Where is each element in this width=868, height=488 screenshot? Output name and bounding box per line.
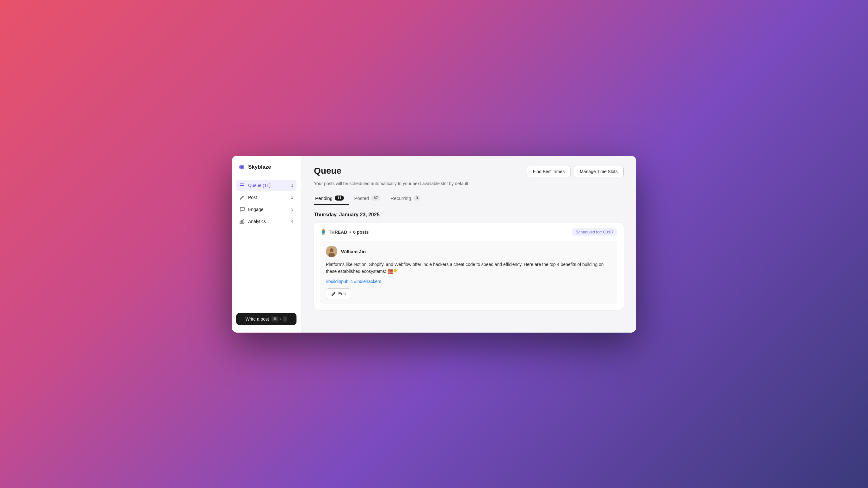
header-buttons: Find Best Times Manage Time Slots [527,166,624,177]
tab-recurring-label: Recurring [391,196,411,201]
tab-pending[interactable]: Pending 11 [314,192,349,205]
edit-icon [239,195,245,200]
manage-time-slots-button[interactable]: Manage Time Slots [574,166,624,177]
hashtags: #buildinpublic #indiehackers [326,279,612,284]
post-text: Platforms like Notion, Shopify, and Webf… [326,261,612,275]
tab-posted-count: 67 [371,196,380,201]
bar-chart-icon [239,219,245,224]
queue-badge: 1 [291,183,293,188]
svg-rect-5 [243,220,244,223]
page-subtitle: Your posts will be scheduled automatical… [314,181,624,186]
app-window: Skyblaze Queue (11) 1 [232,156,636,333]
analytics-label: Analytics [248,219,266,224]
write-post-label: Write a post [246,317,269,322]
keyboard-shortcut: ⌘ + I [272,317,287,322]
tabs: Pending 11 Posted 67 Recurring 3 [314,192,624,205]
tab-posted[interactable]: Posted 67 [353,192,385,205]
date-heading: Thursday, January 23, 2025 [314,212,624,218]
sidebar-item-queue[interactable]: Queue (11) 1 [236,180,297,191]
thread-text: THREAD [329,230,347,235]
edit-button[interactable]: Edit [326,288,351,299]
tab-pending-label: Pending [315,196,333,201]
post-content-area: William Jin Platforms like Notion, Shopi… [320,241,617,304]
thread-separator: • [349,230,351,235]
write-post-button[interactable]: Write a post ⌘ + I [236,313,297,325]
sidebar: Skyblaze Queue (11) 1 [232,156,301,333]
thread-label: 🧵 THREAD • 6 posts [320,229,369,235]
avatar-image [326,246,337,257]
page-title: Queue [314,166,341,176]
list-icon [239,183,245,188]
main-content: Queue Find Best Times Manage Time Slots … [301,156,636,333]
svg-point-7 [330,248,334,252]
post-label: Post [248,195,257,200]
chat-icon [239,206,245,212]
plus-sign: + [279,317,282,322]
edit-pen-icon [331,291,336,296]
tab-posted-label: Posted [354,196,369,201]
nav-items: Queue (11) 1 Post 2 [236,180,297,310]
tab-pending-count: 11 [335,196,344,201]
thread-emoji: 🧵 [320,229,327,235]
tab-recurring-count: 3 [413,196,421,201]
svg-rect-4 [242,221,243,223]
engage-badge: 3 [291,207,293,212]
logo: Skyblaze [236,163,297,171]
avatar [326,246,337,257]
post-card: 🧵 THREAD • 6 posts Scheduled for: 00:07 [314,223,624,310]
scheduled-badge: Scheduled for: 00:07 [572,228,617,236]
sidebar-item-engage[interactable]: Engage 3 [236,204,297,215]
page-header: Queue Find Best Times Manage Time Slots [314,166,624,177]
svg-rect-3 [240,222,241,223]
find-best-times-button[interactable]: Find Best Times [527,166,570,177]
logo-icon [238,163,246,171]
queue-label: Queue (11) [248,183,271,188]
post-author: William Jin [326,246,612,257]
thread-posts-count: 6 posts [353,230,369,235]
cmd-key: ⌘ [272,317,278,322]
author-name: William Jin [341,249,366,254]
sidebar-item-analytics[interactable]: Analytics 4 [236,216,297,227]
tab-recurring[interactable]: Recurring 3 [389,192,426,205]
app-name: Skyblaze [248,164,271,170]
i-key: I [283,317,287,322]
edit-label: Edit [338,291,346,296]
sidebar-item-post[interactable]: Post 2 [236,192,297,203]
analytics-badge: 4 [291,219,293,224]
post-card-header: 🧵 THREAD • 6 posts Scheduled for: 00:07 [320,228,617,236]
engage-label: Engage [248,207,263,212]
post-badge: 2 [291,195,293,200]
